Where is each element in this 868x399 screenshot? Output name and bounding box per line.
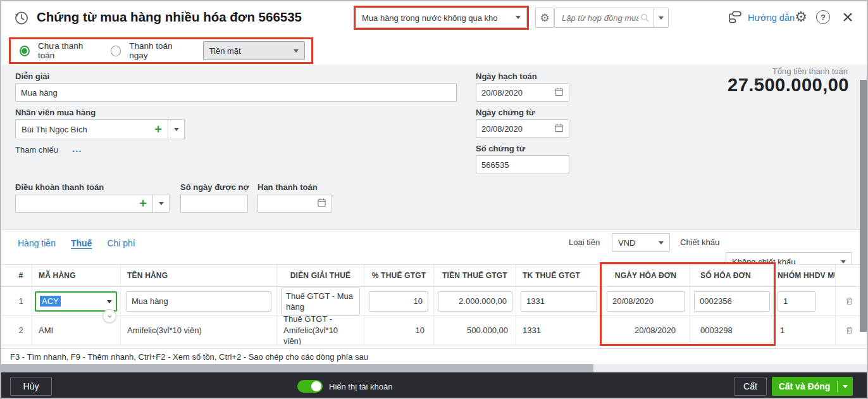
save-close-caret-button[interactable] <box>838 377 853 396</box>
column-so-hoa-don[interactable]: SỐ HÓA ĐƠN <box>690 265 773 286</box>
tax-amount-cell[interactable]: 500.000,00 <box>433 316 516 345</box>
tax-pct-input[interactable] <box>369 291 428 312</box>
column-dien-giai-thue[interactable]: DIỄN GIẢI THUẾ <box>276 265 364 286</box>
trash-icon <box>845 326 854 335</box>
calendar-icon[interactable] <box>554 123 564 134</box>
tabs-row: Hàng tiền Thuế Chi phí Loại tiền VND Chi… <box>1 229 868 264</box>
goods-group-cell <box>773 287 835 315</box>
doc-date-field[interactable]: 20/08/2020 <box>476 119 569 138</box>
item-code-combo[interactable]: ACY <box>35 291 117 312</box>
tab-chi-phi[interactable]: Chi phí <box>107 238 135 248</box>
settings-button[interactable]: ⚙ <box>792 8 810 26</box>
tax-amount-input[interactable] <box>438 291 512 312</box>
tax-amount-cell <box>433 287 516 315</box>
column-ma-hang[interactable]: MÃ HÀNG <box>32 265 120 286</box>
invoice-number-cell[interactable]: 0003298 <box>690 316 773 345</box>
currency-select[interactable]: VND <box>612 233 670 252</box>
column-index[interactable]: # <box>10 265 32 286</box>
history-icon[interactable] <box>13 9 30 27</box>
gear-icon: ⚙ <box>540 13 549 23</box>
radio-unpaid-label[interactable]: Chưa thanh toán <box>38 41 97 60</box>
column-ngay-hoa-don[interactable]: NGÀY HÓA ĐƠN <box>601 265 690 286</box>
column-nhom-hhdv[interactable]: NHÓM HHDV MU <box>773 265 835 286</box>
employee-dropdown-button[interactable] <box>168 120 184 139</box>
discount-label: Chiết khấu <box>680 238 719 247</box>
table-row[interactable]: 1 ACY Thuế GTGT - Mua hàng <box>1 287 868 316</box>
show-account-toggle[interactable] <box>297 380 323 393</box>
payment-terms-add-button[interactable]: + <box>133 194 152 212</box>
doc-date-value: 20/08/2020 <box>481 124 554 134</box>
chevron-down-icon <box>106 313 113 320</box>
save-button[interactable]: Cất <box>734 377 767 396</box>
tab-thue[interactable]: Thuế <box>71 238 92 248</box>
expand-row-button[interactable] <box>102 309 116 323</box>
show-account-label: Hiển thị tài khoản <box>329 382 392 391</box>
tax-desc-cell[interactable]: Thuế GTGT - Amifelic(3vỉ*10 viên) <box>276 316 364 345</box>
column-tk-thue[interactable]: TK THUẾ GTGT <box>516 265 601 286</box>
help-button[interactable]: ? <box>816 10 830 24</box>
employee-add-button[interactable]: + <box>149 120 168 139</box>
posting-date-label: Ngày hạch toán <box>476 72 537 81</box>
table-row[interactable]: 2 AMI Amifelic(3vỉ*10 viên) Thuế GTGT - … <box>1 316 868 345</box>
radio-unpaid[interactable] <box>20 46 30 56</box>
column-pct-thue[interactable]: % THUẾ GTGT <box>364 265 433 286</box>
column-ten-hang[interactable]: TÊN HÀNG <box>120 265 276 286</box>
posting-date-field[interactable]: 20/08/2020 <box>476 83 569 102</box>
column-tien-thue[interactable]: TIỀN THUẾ GTGT <box>433 265 516 286</box>
contract-search-input[interactable] <box>561 13 640 23</box>
due-date-field[interactable] <box>257 194 332 213</box>
radio-dot <box>22 48 27 54</box>
radio-paynow-label[interactable]: Thanh toán ngay <box>129 41 188 60</box>
close-icon: × <box>842 9 853 25</box>
tax-account-cell[interactable]: 1331 <box>516 316 601 345</box>
tax-account-input[interactable] <box>521 291 597 312</box>
item-name-input[interactable] <box>126 291 271 312</box>
doc-type-value: Mua hàng trong nước không qua kho <box>362 13 498 23</box>
invoice-number-input[interactable] <box>694 291 770 312</box>
cancel-button[interactable]: Hủy <box>10 377 52 396</box>
employee-combo[interactable]: Bùi Thị Ngọc Bích + <box>15 119 185 139</box>
save-close-label: Cất và Đóng <box>772 381 837 391</box>
description-input[interactable] <box>15 83 457 102</box>
payment-method-value: Tiền mặt <box>209 46 241 56</box>
tax-pct-cell[interactable]: 10 <box>364 316 433 345</box>
delete-row-button[interactable] <box>845 296 854 306</box>
tax-desc-input[interactable]: Thuế GTGT - Mua hàng <box>281 288 360 315</box>
plus-icon: + <box>154 123 162 136</box>
payment-terms-dropdown-button[interactable] <box>152 194 169 212</box>
contract-search-dropdown-button[interactable] <box>654 8 669 28</box>
horizontal-scrollbar[interactable] <box>1 364 868 372</box>
payment-method-select[interactable]: Tiền mặt <box>203 41 305 60</box>
guide-label: Hướng dẫn <box>748 13 795 23</box>
calendar-icon[interactable] <box>554 87 564 98</box>
row-actions <box>835 287 863 315</box>
toggle-knob <box>311 381 321 391</box>
close-button[interactable]: × <box>839 7 857 27</box>
delete-row-button[interactable] <box>845 326 854 335</box>
guide-link[interactable]: Hướng dẫn <box>728 10 795 26</box>
vertical-scrollbar-thumb[interactable] <box>860 80 867 332</box>
doc-number-input[interactable] <box>476 155 569 174</box>
goods-group-input[interactable] <box>778 291 815 312</box>
item-name-cell[interactable]: Amifelic(3vỉ*10 viên) <box>120 316 276 345</box>
doc-number-label: Số chứng từ <box>476 144 525 153</box>
bottom-bar: Hủy Hiển thị tài khoản Cất Cất và Đóng <box>1 372 868 399</box>
credit-days-label: Số ngày được nợ <box>180 182 249 192</box>
description-label: Diễn giải <box>15 72 49 81</box>
radio-paynow[interactable] <box>111 46 121 56</box>
invoice-date-input[interactable] <box>607 291 685 312</box>
credit-days-input[interactable] <box>180 194 248 213</box>
chevron-down-icon[interactable] <box>107 300 112 306</box>
tab-hang-tien[interactable]: Hàng tiền <box>18 238 56 248</box>
contract-settings-button[interactable]: ⚙ <box>535 8 554 28</box>
horizontal-scrollbar-thumb[interactable] <box>1 364 593 372</box>
purchase-document-window: Chứng từ mua hàng nhiều hóa đơn 566535 M… <box>0 0 868 399</box>
invoice-date-cell[interactable]: 20/08/2020 <box>601 316 690 345</box>
payment-terms-combo[interactable]: + <box>15 194 170 213</box>
doc-type-select[interactable]: Mua hàng trong nước không qua kho <box>356 8 527 28</box>
goods-group-cell[interactable]: 1 <box>773 316 835 345</box>
save-close-button[interactable]: Cất và Đóng <box>772 377 853 396</box>
item-name-cell <box>120 287 276 315</box>
calendar-icon[interactable] <box>317 198 326 209</box>
reference-more-link[interactable]: ... <box>72 143 82 154</box>
